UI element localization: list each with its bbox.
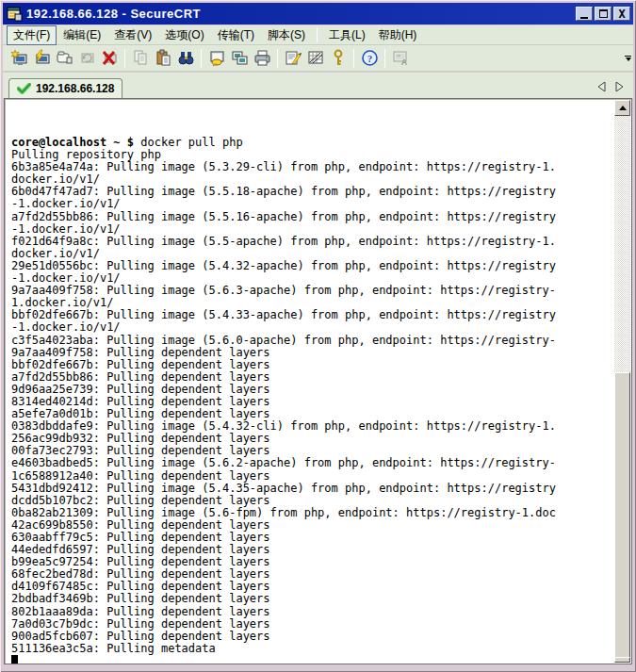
ssh-keys-icon <box>330 49 348 67</box>
terminal-output[interactable]: core@localhost ~ $ docker pull phpPullin… <box>7 99 614 664</box>
vertical-scrollbar[interactable] <box>614 100 630 663</box>
terminal-cursor-line <box>11 655 614 664</box>
terminal-line: 5431dbd92412: Pulling image (5.4.35-apac… <box>11 483 614 495</box>
connect-icon <box>10 49 28 67</box>
svg-text:A: A <box>400 57 407 67</box>
menu-item-7[interactable]: 帮助(H) <box>372 25 424 45</box>
scrollbar-down-button[interactable] <box>614 657 630 663</box>
scroll-up-icon <box>619 106 627 110</box>
paste-button[interactable] <box>152 47 174 70</box>
toolbar: ? A <box>3 45 633 72</box>
terminal-line: dcdd5b107bc2: Pulling dependent layers <box>11 495 614 507</box>
minimize-icon <box>580 17 588 19</box>
help-button[interactable]: ? <box>358 47 381 70</box>
find-icon <box>177 49 195 67</box>
terminal-line: e4603badbed5: Pulling image (5.6.2-apach… <box>11 457 614 469</box>
tab-bar: 192.168.66.128 <box>3 73 633 98</box>
terminal-line: 6b3a85e4a74a: Pulling image (5.3.29-cli)… <box>11 161 614 173</box>
tab-scroll-left-button[interactable] <box>597 81 606 92</box>
title-bar[interactable]: 192.168.66.128 - SecureCRT X <box>3 3 633 25</box>
chat-window-icon <box>208 49 226 67</box>
terminal-line: docker.io/v1/ <box>11 248 614 260</box>
print-button[interactable] <box>251 47 273 70</box>
terminal-line: -1.docker.io/v1/ <box>11 198 614 210</box>
menu-separator <box>317 27 318 42</box>
tab-label: 192.168.66.128 <box>36 82 114 95</box>
terminal-line: bbf02dfe667b: Pulling dependent layers <box>11 359 614 371</box>
copy-button[interactable] <box>129 47 152 70</box>
disconnect-button[interactable] <box>98 47 121 70</box>
toolbar-separator <box>353 49 354 68</box>
tile-windows-button[interactable] <box>228 47 251 70</box>
resize-font-icon: A <box>392 49 410 67</box>
reconnect-button[interactable] <box>75 47 98 70</box>
ssh-keys-button[interactable] <box>327 47 350 70</box>
help-icon: ? <box>361 49 379 67</box>
print-icon <box>253 49 271 67</box>
maximize-button[interactable] <box>595 7 612 21</box>
paste-icon <box>155 49 172 67</box>
close-button[interactable]: X <box>613 7 630 21</box>
toolbar-overflow-button[interactable] <box>625 56 631 61</box>
quick-connect-icon <box>33 49 51 67</box>
connect-button[interactable] <box>8 47 30 70</box>
terminal-area[interactable]: core@localhost ~ $ docker pull phpPullin… <box>4 98 632 664</box>
menu-item-1[interactable]: 编辑(E) <box>57 25 107 45</box>
tab-scroll-right-button[interactable] <box>615 81 624 92</box>
app-icon <box>7 7 23 22</box>
terminal-line: -1.docker.io/v1/ <box>11 223 614 236</box>
terminal-line: 0ba82ab21309: Pulling image (5.6-fpm) fr… <box>11 507 614 519</box>
window-title: 192.168.66.128 - SecureCRT <box>26 7 576 21</box>
toolbar-separator <box>277 49 278 68</box>
securecrt-window: 192.168.66.128 - SecureCRT X 文件(F)编辑(E)查… <box>0 0 636 672</box>
session-options-button[interactable] <box>282 47 304 70</box>
terminal-line: 9d96aa25e739: Pulling dependent layers <box>11 384 614 396</box>
keymap-editor-icon <box>307 49 325 67</box>
terminal-cursor <box>11 655 18 664</box>
menu-item-4[interactable]: 传输(T) <box>211 25 261 45</box>
minimize-button[interactable] <box>576 7 593 21</box>
connected-check-icon <box>17 83 31 94</box>
menu-item-2[interactable]: 查看(V) <box>107 25 158 45</box>
menu-bar: 文件(F)编辑(E)查看(V)选项(O)传输(T)脚本(S)工具(L)帮助(H) <box>3 25 633 45</box>
scrollbar-up-button[interactable] <box>614 100 630 116</box>
terminal-line: a7fd2d55bb86: Pulling dependent layers <box>11 371 614 384</box>
terminal-line: 2bdbadf3469b: Pulling dependent layers <box>11 593 614 605</box>
terminal-line: 511136ea3c5a: Pulling metadata <box>11 643 614 655</box>
terminal-line: 1c6588912a40: Pulling dependent layers <box>11 470 614 483</box>
toolbar-separator <box>124 49 125 68</box>
chat-window-button[interactable] <box>205 47 228 70</box>
connect-in-tab-button[interactable] <box>53 47 75 70</box>
toolbar-separator <box>384 49 385 68</box>
terminal-line: 7a0d03c7b9dc: Pulling dependent layers <box>11 618 614 631</box>
terminal-line: 9a7aa409f758: Pulling dependent layers <box>11 347 614 359</box>
disconnect-icon <box>101 49 119 67</box>
find-button[interactable] <box>174 47 197 70</box>
reconnect-icon <box>78 49 96 67</box>
maximize-icon <box>599 9 608 18</box>
overflow-icon <box>625 56 631 57</box>
terminal-line: a7fd2d55bb86: Pulling image (5.5.16-apac… <box>11 211 614 223</box>
session-options-icon <box>285 49 302 67</box>
menu-item-5[interactable]: 脚本(S) <box>261 25 312 45</box>
toolbar-separator <box>201 49 202 68</box>
quick-connect-button[interactable] <box>30 47 53 70</box>
menu-item-0[interactable]: 文件(F) <box>7 25 57 45</box>
terminal-line: c3f5a4023aba: Pulling image (5.6.0-apach… <box>11 335 614 347</box>
resize-font-button[interactable]: A <box>389 47 412 70</box>
session-tab[interactable]: 192.168.66.128 <box>8 78 122 98</box>
scrollbar-thumb[interactable] <box>614 372 630 661</box>
terminal-line: -1.docker.io/v1/ <box>11 321 614 334</box>
terminal-line: 900ad5fcb607: Pulling dependent layers <box>11 631 614 643</box>
keymap-editor-button[interactable] <box>304 47 327 70</box>
copy-icon <box>132 49 150 67</box>
terminal-line: 802b1aaa89da: Pulling dependent layers <box>11 606 614 618</box>
menu-item-6[interactable]: 工具(L) <box>322 25 372 45</box>
connect-in-tab-icon <box>56 49 73 67</box>
terminal-line: f021d64f9a8c: Pulling image (5.5-apache)… <box>11 236 614 248</box>
svg-text:?: ? <box>367 53 372 64</box>
menu-item-3[interactable]: 选项(O) <box>158 25 210 45</box>
close-icon: X <box>618 8 625 20</box>
tile-windows-icon <box>231 49 249 67</box>
